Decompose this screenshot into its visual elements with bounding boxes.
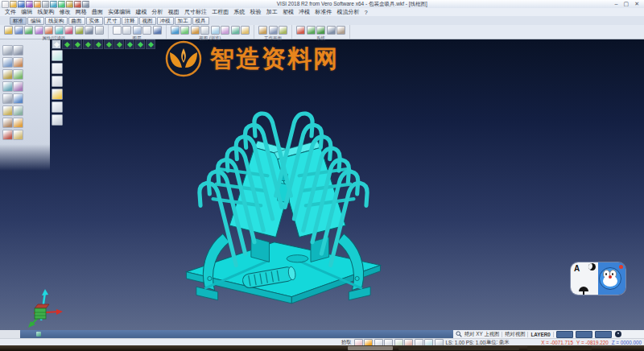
select-icon[interactable]: [2, 45, 13, 56]
filter-icon[interactable]: [13, 69, 23, 80]
system-image-icon[interactable]: [307, 26, 316, 35]
export-icon[interactable]: [34, 1, 41, 8]
view-axon-icon[interactable]: [146, 39, 155, 49]
refresh-icon[interactable]: [66, 1, 73, 8]
menu-item[interactable]: 编辑: [19, 8, 35, 16]
document-2-icon[interactable]: [52, 101, 63, 113]
toolbar-tab-button[interactable]: 曲面: [68, 17, 85, 25]
menu-item[interactable]: 分析: [150, 8, 166, 16]
view-top-icon[interactable]: [62, 39, 72, 49]
erase-icon[interactable]: [13, 57, 23, 68]
layer-active-icon[interactable]: [142, 26, 151, 35]
view-wireframe-icon[interactable]: [180, 26, 189, 35]
menu-item[interactable]: 网格: [73, 8, 89, 16]
command-input[interactable]: [20, 330, 453, 338]
mask-icon[interactable]: [75, 26, 84, 35]
view-iso-icon[interactable]: [125, 39, 134, 49]
menu-item[interactable]: 曲面: [89, 8, 105, 16]
trim-icon[interactable]: [13, 45, 23, 56]
menu-item[interactable]: 冲模: [296, 8, 312, 16]
document-icon[interactable]: [52, 76, 63, 87]
paint-icon[interactable]: [2, 69, 13, 80]
view-front-icon[interactable]: [72, 39, 82, 49]
layer-visibility-icon[interactable]: [133, 26, 142, 35]
taskbar-item[interactable]: [348, 346, 393, 350]
view-full-icon[interactable]: [241, 26, 250, 35]
3d-viewport[interactable]: 智造资料网: [0, 39, 644, 330]
import-icon[interactable]: [26, 1, 33, 8]
toolbar-tab-button[interactable]: 加工: [175, 17, 192, 25]
view-shaded-icon[interactable]: [171, 26, 180, 35]
layer-settings-icon[interactable]: [153, 26, 162, 35]
info-icon[interactable]: [13, 130, 23, 140]
toolbar-tab-button[interactable]: 尺寸: [104, 17, 121, 25]
view-iso2-icon[interactable]: [135, 39, 145, 49]
delete-icon[interactable]: [74, 1, 81, 8]
menu-item[interactable]: 修改: [57, 8, 73, 16]
view-left-icon[interactable]: [93, 39, 103, 49]
layer-list-icon[interactable]: [113, 26, 122, 35]
mirror-icon[interactable]: [13, 93, 23, 104]
view-blank-icon[interactable]: [52, 39, 61, 49]
toolbar-tab-button[interactable]: 注释: [122, 17, 138, 25]
toolbar-tab-button[interactable]: 标准: [10, 17, 27, 25]
close-button[interactable]: ✕: [634, 1, 639, 7]
measure-icon[interactable]: [2, 57, 13, 68]
menu-item[interactable]: 工程图: [209, 8, 231, 16]
rotate-icon[interactable]: [2, 93, 13, 104]
menu-item[interactable]: 加工: [264, 8, 280, 16]
save-icon[interactable]: [18, 1, 25, 8]
minimize-button[interactable]: –: [615, 1, 618, 7]
menu-item[interactable]: 建模: [133, 8, 149, 16]
group-icon[interactable]: [2, 130, 13, 140]
magnifier-icon[interactable]: [456, 331, 462, 337]
help-icon[interactable]: [82, 1, 89, 8]
view-mode-label[interactable]: 绝对 XY 上视图: [464, 331, 499, 338]
menu-item[interactable]: ?: [362, 10, 370, 15]
toolbar-tab-button[interactable]: 冲模: [157, 17, 174, 25]
array-icon[interactable]: [2, 118, 13, 128]
filter-type-icon[interactable]: [35, 26, 43, 35]
maximize-button[interactable]: ▢: [624, 1, 630, 7]
workplane-align-icon[interactable]: [269, 26, 278, 35]
view-dynamic-icon[interactable]: [191, 26, 200, 35]
toolbar-tab-button[interactable]: 线架构: [45, 17, 68, 25]
open-file-icon[interactable]: [10, 1, 17, 8]
menu-item[interactable]: 模流分析: [334, 8, 361, 16]
menu-item[interactable]: 系统: [231, 8, 247, 16]
snap-icon[interactable]: [2, 81, 13, 92]
undo-icon[interactable]: [50, 1, 57, 8]
menu-item[interactable]: 标准件: [312, 8, 334, 16]
menu-item[interactable]: 尺寸标注: [182, 8, 209, 16]
print-icon[interactable]: [42, 1, 49, 8]
system-colors-icon[interactable]: [296, 26, 305, 35]
view-refresh-icon[interactable]: [231, 26, 240, 35]
view-zoom-icon[interactable]: [200, 26, 209, 35]
system-recycle-icon[interactable]: [316, 26, 325, 35]
move-icon[interactable]: [13, 81, 23, 92]
system-window-icon[interactable]: [327, 26, 336, 35]
view-previous-icon[interactable]: [221, 26, 229, 35]
offset-icon[interactable]: [13, 105, 23, 116]
attr-line-icon[interactable]: [14, 26, 23, 35]
menu-item[interactable]: 实体编辑: [105, 8, 133, 16]
menu-item[interactable]: 线架构: [35, 8, 56, 16]
attr-color-icon[interactable]: [4, 26, 13, 35]
view-bottom-icon[interactable]: [114, 39, 124, 49]
pick-filter-icon[interactable]: [64, 26, 73, 35]
new-file-icon[interactable]: [2, 1, 9, 8]
view-pan-icon[interactable]: [211, 26, 220, 35]
system-settings-icon[interactable]: [336, 26, 345, 35]
redo-icon[interactable]: [58, 1, 65, 8]
filter-color-icon[interactable]: [44, 26, 53, 35]
view-right-icon[interactable]: [83, 39, 93, 49]
menu-item[interactable]: 视图: [166, 8, 182, 16]
document-a-icon[interactable]: [52, 63, 63, 74]
explode-icon[interactable]: [13, 118, 23, 128]
workplane-view-icon[interactable]: [279, 26, 287, 35]
toolbar-tab-button[interactable]: 模具: [192, 17, 209, 25]
reset-filter-icon[interactable]: [95, 26, 104, 35]
toolbar-tab-button[interactable]: 编辑: [27, 17, 44, 25]
layer-new-icon[interactable]: [122, 26, 131, 35]
toolbar-tab-button[interactable]: 实体: [86, 17, 103, 25]
